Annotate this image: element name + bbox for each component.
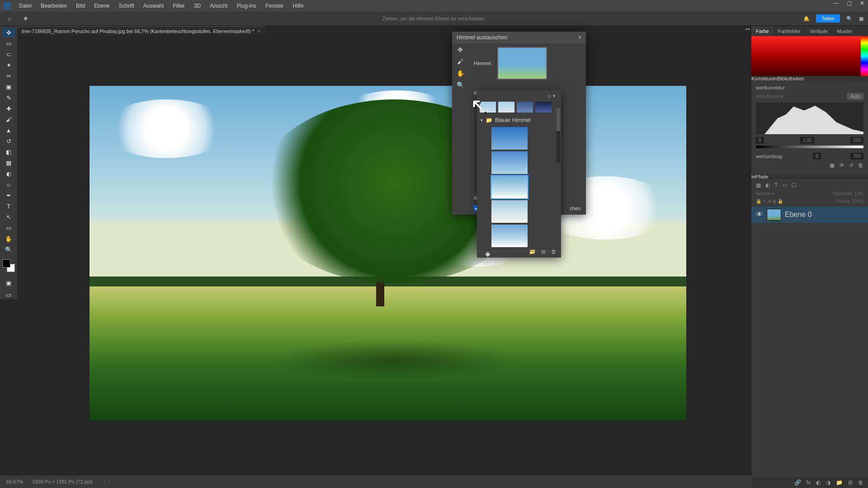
auto-button[interactable]: Auto: [847, 93, 863, 100]
menu-fenster[interactable]: Fenster: [261, 3, 288, 9]
apply-button[interactable]: chen: [570, 206, 580, 211]
menu-bild[interactable]: Bild: [71, 3, 90, 9]
eye-icon[interactable]: 👁: [839, 162, 844, 169]
filter-type-icon[interactable]: T: [774, 182, 778, 188]
tab-korrekturen[interactable]: Korrekturen: [751, 76, 777, 81]
picker-scrollbar[interactable]: [557, 108, 560, 163]
menu-ansicht[interactable]: Ansicht: [205, 3, 232, 9]
fill-value[interactable]: 100%: [852, 199, 863, 204]
adj-layer-icon[interactable]: ◑: [826, 479, 830, 486]
search-icon[interactable]: 🔍: [846, 16, 853, 22]
dodge-tool[interactable]: ☼: [2, 180, 15, 189]
output-low[interactable]: 0: [813, 153, 821, 160]
sky-preview-thumb[interactable]: [497, 47, 547, 80]
output-slider[interactable]: [756, 145, 863, 148]
folder-toggle-icon[interactable]: ▾: [481, 118, 483, 122]
picker-gear-icon[interactable]: ☼ ▾: [547, 93, 556, 99]
filter-pixel-icon[interactable]: ▦: [756, 182, 761, 188]
menu-auswahl[interactable]: Auswahl: [139, 3, 168, 9]
canvas[interactable]: [17, 36, 750, 475]
gradient-tool[interactable]: ▩: [2, 158, 15, 167]
preset-dropdown[interactable]: artdefiniert ▾: [756, 94, 783, 99]
brush-tool[interactable]: 🖌: [2, 115, 15, 124]
menu-3d[interactable]: 3D: [189, 3, 205, 9]
pen-tool[interactable]: ✒: [2, 191, 15, 200]
hue-strip[interactable]: [861, 36, 868, 76]
eraser-tool[interactable]: ◧: [2, 147, 15, 156]
fx-icon[interactable]: fx: [807, 479, 811, 486]
opacity-value[interactable]: 13%: [854, 191, 863, 196]
lock-icons[interactable]: 🔒 ✎ ✥ ▦ 🔒: [756, 199, 783, 204]
dialog-close-icon[interactable]: ×: [578, 34, 581, 41]
marquee-tool[interactable]: ▭: [2, 39, 15, 48]
bell-icon[interactable]: 🔔: [803, 16, 810, 22]
output-high[interactable]: 255: [850, 153, 863, 160]
clip-icon[interactable]: ▣: [830, 162, 835, 169]
blur-tool[interactable]: ◐: [2, 169, 15, 178]
menu-schrift[interactable]: Schrift: [114, 3, 139, 9]
tab-pfade[interactable]: Pfade: [755, 174, 769, 179]
tab-bibliotheken[interactable]: Bibliotheken: [777, 76, 804, 81]
dialog-hand-tool[interactable]: ✋: [457, 70, 464, 77]
share-button[interactable]: Teilen: [816, 14, 840, 23]
eyedropper-tool[interactable]: ✎: [2, 93, 15, 102]
tab-farbe[interactable]: Farbe: [751, 26, 774, 36]
blend-mode-dropdown[interactable]: Normal ▾: [756, 191, 774, 196]
tab-kanale[interactable]: le: [751, 174, 755, 179]
fg-color[interactable]: [2, 259, 10, 267]
sky-option-4[interactable]: [491, 200, 528, 223]
stamp-tool[interactable]: ▲: [2, 126, 15, 135]
tab-verlaufe[interactable]: Verläufe: [805, 26, 832, 36]
maximize-icon[interactable]: ▢: [847, 0, 852, 6]
layer-name[interactable]: Ebene 0: [785, 211, 812, 219]
filter-shape-icon[interactable]: ▭: [782, 182, 787, 188]
zoom-tool[interactable]: 🔍: [2, 245, 15, 254]
crop-tool[interactable]: ✂: [2, 71, 15, 80]
wand-tool[interactable]: ✦: [2, 61, 15, 70]
delete-layer-icon[interactable]: 🗑: [858, 479, 863, 486]
document-tab[interactable]: tree-7186835_Ramon Perucho auf Pixabay.j…: [17, 26, 265, 36]
sky-option-3-selected[interactable]: [491, 176, 528, 198]
recent-sky-4[interactable]: [535, 102, 552, 113]
dialog-zoom-tool[interactable]: 🔍: [457, 81, 464, 89]
trash-icon[interactable]: 🗑: [858, 162, 863, 169]
move-tool-indicator[interactable]: ✥: [24, 16, 28, 22]
menu-bearbeiten[interactable]: Bearbeiten: [36, 3, 71, 9]
hand-tool[interactable]: ✋: [2, 234, 15, 243]
screenmode-tool[interactable]: ▭: [2, 290, 15, 299]
nav-arrows[interactable]: 〈 〉: [102, 479, 113, 485]
layer-row[interactable]: 👁 Ebene 0: [751, 206, 868, 223]
menu-datei[interactable]: Datei: [14, 3, 36, 9]
recent-sky-2[interactable]: [498, 102, 514, 113]
type-tool[interactable]: T: [2, 202, 15, 211]
dialog-move-tool[interactable]: ✥: [458, 46, 463, 53]
tab-muster[interactable]: Muster: [832, 26, 857, 36]
lasso-tool[interactable]: ⊂: [2, 50, 15, 59]
collapse-panels-icon[interactable]: ◂◂: [745, 26, 750, 31]
sky-option-1[interactable]: [491, 127, 528, 150]
move-tool[interactable]: ✥: [2, 28, 15, 37]
thumb-size-slider[interactable]: [477, 251, 561, 258]
sky-option-2[interactable]: [491, 151, 528, 174]
visibility-icon[interactable]: 👁: [756, 211, 763, 219]
menu-plugins[interactable]: Plug-ins: [232, 3, 261, 9]
layer-thumbnail[interactable]: [767, 209, 781, 221]
filter-adj-icon[interactable]: ◐: [765, 182, 770, 188]
sky-option-5[interactable]: [491, 225, 528, 247]
dialog-titlebar[interactable]: Himmel austauschen ×: [452, 32, 586, 43]
workspace-icon[interactable]: ▦: [859, 16, 863, 22]
path-tool[interactable]: ↖: [2, 212, 15, 221]
quickmask-tool[interactable]: ▣: [2, 278, 15, 287]
history-brush-tool[interactable]: ↺: [2, 136, 15, 145]
color-picker[interactable]: [751, 36, 868, 76]
highlights-value[interactable]: 255: [850, 137, 863, 144]
minimize-icon[interactable]: —: [833, 0, 839, 6]
recent-sky-3[interactable]: [517, 102, 533, 113]
reset-icon[interactable]: ↺: [849, 162, 854, 169]
menu-filter[interactable]: Filter: [168, 3, 189, 9]
fg-bg-swatch[interactable]: [1, 258, 16, 273]
close-icon[interactable]: ✕: [860, 0, 864, 6]
group-icon[interactable]: 📁: [836, 479, 843, 486]
dialog-brush-tool[interactable]: 🖌: [457, 58, 463, 65]
heal-tool[interactable]: ✚: [2, 104, 15, 113]
